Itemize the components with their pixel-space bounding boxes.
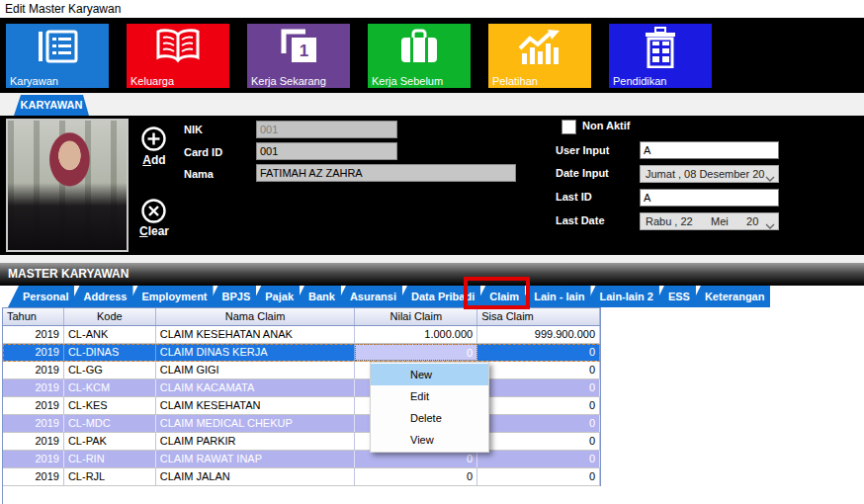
cell-nama: CLAIM DINAS KERJA — [156, 344, 356, 361]
tab-bank[interactable]: Bank — [294, 286, 341, 307]
table-row-cl-dinas[interactable]: 2019CL-DINASCLAIM DINAS KERJA00 — [3, 344, 600, 362]
nik-label: NIK — [184, 124, 203, 135]
column-header-sisa-claim[interactable]: Sisa Claim — [477, 308, 600, 325]
edit-master-karyawan-window: Edit Master Karyawan KaryawanKeluarga1Ke… — [0, 0, 864, 504]
toolbar-button-label: Kerja Sekarang — [251, 75, 326, 87]
tab-keterangan[interactable]: Keterangan — [690, 286, 771, 307]
claim-table: TahunKodeNama ClaimNilai ClaimSisa Claim… — [2, 307, 601, 504]
toolbar-button-label: Pelatihan — [492, 75, 538, 87]
non-aktif-checkbox[interactable] — [562, 120, 576, 134]
column-header-kode[interactable]: Kode — [64, 308, 156, 325]
cell-nama: CLAIM PARKIR — [156, 433, 356, 450]
cell-tahun: 2019 — [3, 433, 64, 450]
table-row-cl-kcm[interactable]: 2019CL-KCMCLAIM KACAMATA00 — [3, 379, 600, 397]
current-job-one-icon: 1 — [247, 27, 350, 66]
tab-karyawan[interactable]: KARYAWAN — [14, 95, 89, 116]
context-menu-item-view[interactable]: View — [371, 429, 488, 451]
table-row-cl-mdc[interactable]: 2019CL-MDCCLAIM MEDICAL CHEKUP00 — [3, 415, 600, 433]
tab-employment[interactable]: Employment — [128, 286, 214, 307]
svg-text:1: 1 — [300, 42, 308, 60]
card-id-label: Card ID — [184, 146, 222, 158]
chevron-down-icon — [765, 219, 775, 230]
toolbar-button-label: Karyawan — [10, 75, 58, 87]
context-menu-item-edit[interactable]: Edit — [371, 385, 488, 407]
date-input-combo[interactable]: Jumat , 08 Desember 20 — [640, 165, 779, 183]
non-aktif-label: Non Aktif — [582, 120, 630, 131]
context-menu: NewEditDeleteView — [370, 362, 489, 453]
toolbar-button-label: Pendidikan — [613, 75, 666, 87]
toolbar-button-pelatihan[interactable]: Pelatihan — [488, 24, 591, 88]
employee-photo — [6, 119, 129, 252]
column-header-nama-claim[interactable]: Nama Claim — [156, 308, 356, 325]
cell-kode: CL-MDC — [64, 415, 156, 432]
chevron-down-icon — [765, 172, 775, 183]
cell-nilai: 1.000.000 — [355, 326, 477, 343]
cell-nama: CLAIM GIGI — [156, 362, 356, 378]
user-input-label: User Input — [556, 144, 609, 156]
cell-nama: CLAIM KESEHATAN ANAK — [156, 326, 356, 343]
table-row-cl-rjl[interactable]: 2019CL-RJLCLAIM JALAN00 — [3, 468, 600, 486]
nama-label: Nama — [184, 168, 214, 180]
clear-button-label[interactable]: Clear — [136, 224, 172, 238]
tab-lain-lain-2[interactable]: Lain-lain 2 — [585, 286, 659, 307]
cell-sisa: 0 — [477, 397, 600, 414]
cell-sisa: 0 — [477, 415, 600, 432]
table-row-cl-ank[interactable]: 2019CL-ANKCLAIM KESEHATAN ANAK1.000.0009… — [3, 326, 600, 344]
cell-nama: CLAIM KESEHATAN — [156, 397, 356, 414]
context-menu-item-delete[interactable]: Delete — [371, 407, 488, 429]
table-row-cl-rin[interactable]: 2019CL-RINCLAIM RAWAT INAP00 — [3, 451, 600, 468]
context-menu-item-new[interactable]: New — [371, 364, 488, 385]
briefcase-icon — [368, 27, 471, 66]
nama-field[interactable] — [256, 164, 516, 182]
column-header-nilai-claim[interactable]: Nilai Claim — [355, 308, 477, 325]
cell-sisa: 0 — [477, 379, 600, 396]
cell-sisa: 0 — [477, 362, 600, 378]
tab-data-pribadi[interactable]: Data Pribadi — [396, 286, 480, 307]
combo-value: Jumat , 08 Desember 20 — [646, 168, 764, 180]
cell-tahun: 2019 — [3, 451, 64, 467]
cell-nilai: 0 — [355, 344, 477, 361]
cell-nama: CLAIM KACAMATA — [156, 379, 356, 396]
tab-address[interactable]: Address — [68, 286, 132, 307]
card-id-field[interactable] — [256, 142, 397, 160]
add-button[interactable] — [140, 126, 167, 152]
toolbar-button-pendidikan[interactable]: Pendidikan — [609, 24, 712, 88]
cell-nilai: 0 — [355, 468, 477, 485]
divider-strip — [0, 255, 864, 263]
cell-kode: CL-PAK — [64, 433, 156, 450]
toolbar-button-label: Keluarga — [130, 75, 174, 87]
tab-asuransi[interactable]: Asuransi — [335, 286, 402, 307]
tab-bpjs[interactable]: BPJS — [208, 286, 257, 307]
clear-button[interactable] — [140, 198, 167, 224]
cell-tahun: 2019 — [3, 468, 64, 485]
table-header-row: TahunKodeNama ClaimNilai ClaimSisa Claim — [3, 307, 600, 326]
toolbar-button-karyawan[interactable]: Karyawan — [6, 24, 109, 88]
date-input-label: Date Input — [556, 167, 609, 179]
cell-tahun: 2019 — [3, 344, 64, 361]
column-header-tahun[interactable]: Tahun — [3, 308, 64, 325]
add-button-label[interactable]: Add — [136, 153, 172, 167]
cell-tahun: 2019 — [3, 326, 64, 343]
toolbar-button-kerja-sekarang[interactable]: 1Kerja Sekarang — [247, 24, 350, 88]
cell-nama: CLAIM MEDICAL CHEKUP — [156, 415, 356, 432]
last-date-combo[interactable]: Rabu , 22 Mei 20 — [640, 212, 779, 230]
cell-sisa: 0 — [477, 433, 600, 450]
last-date-label: Last Date — [556, 214, 605, 226]
tab-claim[interactable]: Claim — [475, 286, 525, 307]
user-input-field[interactable] — [640, 141, 779, 159]
table-row-cl-pak[interactable]: 2019CL-PAKCLAIM PARKIR00 — [3, 433, 600, 451]
last-id-field[interactable] — [640, 189, 779, 207]
open-book-icon — [127, 27, 229, 64]
tab-lain-lain[interactable]: Lain - lain — [519, 286, 590, 307]
cell-nama: CLAIM RAWAT INAP — [156, 451, 356, 467]
cell-nilai: 0 — [355, 451, 477, 467]
toolbar-button-kerja-sebelum[interactable]: Kerja Sebelum — [368, 24, 471, 88]
toolbar-button-keluarga[interactable]: Keluarga — [127, 24, 229, 88]
tab-personal[interactable]: Personal — [8, 286, 74, 307]
table-row-cl-gg[interactable]: 2019CL-GGCLAIM GIGI00 — [3, 362, 600, 379]
cell-kode: CL-KCM — [64, 379, 156, 396]
tab-pajak[interactable]: Pajak — [250, 286, 300, 307]
nik-field[interactable] — [256, 121, 397, 138]
cell-nama: CLAIM JALAN — [156, 468, 356, 485]
table-row-cl-kes[interactable]: 2019CL-KESCLAIM KESEHATAN00 — [3, 397, 600, 415]
